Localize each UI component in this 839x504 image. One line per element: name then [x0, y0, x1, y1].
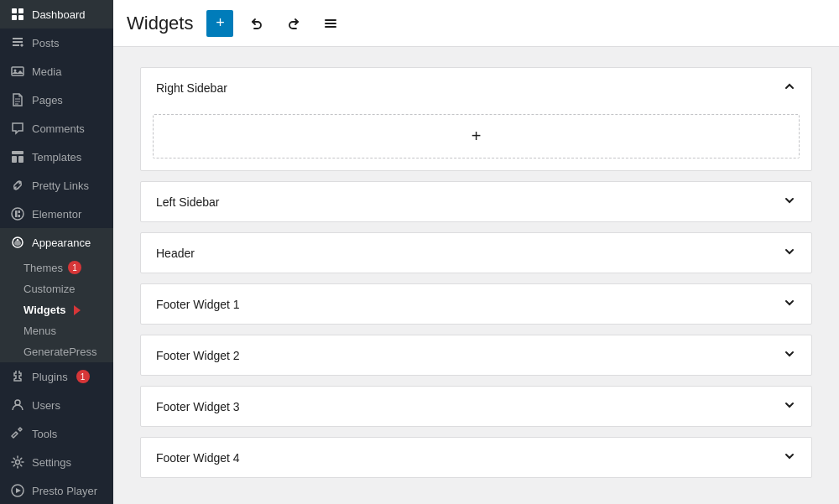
dashboard-icon	[10, 7, 25, 22]
chevron-down-icon-footer-4	[783, 449, 796, 465]
sidebar-item-dashboard[interactable]: Dashboard	[0, 0, 113, 29]
themes-label: Themes	[23, 262, 63, 274]
sidebar-subitem-menus[interactable]: Menus	[0, 320, 113, 341]
widgets-label: Widgets	[23, 304, 65, 316]
presto-player-icon	[10, 483, 25, 498]
tools-icon	[10, 426, 25, 441]
settings-icon	[10, 455, 25, 470]
elementor-icon	[10, 206, 25, 221]
sidebar-subitem-customize[interactable]: Customize	[0, 278, 113, 299]
sidebar-item-settings[interactable]: Settings	[0, 448, 113, 476]
media-icon	[10, 64, 25, 79]
sidebar-item-media-label: Media	[32, 65, 61, 78]
sidebar-item-posts[interactable]: Posts	[0, 29, 113, 57]
main-content: Widgets + Right Sidebar +	[113, 0, 839, 504]
comments-icon	[10, 121, 25, 136]
chevron-down-icon-left-sidebar	[783, 194, 796, 210]
widget-panel-right-sidebar-title: Right Sidebar	[156, 81, 227, 95]
svg-rect-11	[18, 210, 21, 213]
sidebar-item-comments[interactable]: Comments	[0, 114, 113, 143]
widget-panel-footer-2-header[interactable]: Footer Widget 2	[141, 335, 811, 375]
redo-button[interactable]	[280, 10, 307, 37]
sidebar-item-templates-label: Templates	[32, 151, 81, 164]
sidebar-item-presto-player[interactable]: Presto Player	[0, 476, 113, 504]
svg-rect-20	[325, 23, 336, 24]
sidebar-item-pages[interactable]: Pages	[0, 86, 113, 114]
sidebar-subitem-themes[interactable]: Themes 1	[0, 257, 113, 278]
generatepress-label: GeneratePress	[23, 346, 96, 358]
sidebar-item-templates[interactable]: Templates	[0, 143, 113, 171]
sidebar-item-comments-label: Comments	[32, 122, 85, 135]
widget-panel-footer-3: Footer Widget 3	[140, 386, 812, 427]
widget-panel-footer-1: Footer Widget 1	[140, 283, 812, 325]
sidebar-item-elementor[interactable]: Elementor	[0, 200, 113, 228]
svg-rect-2	[12, 15, 17, 20]
arrow-right-icon	[74, 305, 81, 315]
sidebar-item-elementor-label: Elementor	[32, 208, 81, 221]
sidebar-item-pretty-links[interactable]: Pretty Links	[0, 171, 113, 200]
widgets-content: Right Sidebar + Left Sidebar Header	[113, 47, 839, 504]
sidebar-item-appearance[interactable]: Appearance	[0, 228, 113, 257]
sidebar-item-pretty-links-label: Pretty Links	[32, 179, 89, 192]
svg-rect-21	[325, 26, 336, 28]
svg-marker-18	[16, 488, 21, 493]
sidebar-subitem-widgets[interactable]: Widgets	[0, 299, 113, 320]
widget-panel-footer-4-header[interactable]: Footer Widget 4	[141, 438, 811, 477]
sidebar-subitem-generatepress[interactable]: GeneratePress	[0, 341, 113, 362]
appearance-icon	[10, 235, 25, 250]
sidebar-item-plugins-label: Plugins	[32, 371, 68, 383]
sidebar-item-posts-label: Posts	[32, 37, 60, 49]
sidebar-item-tools-label: Tools	[32, 428, 57, 440]
svg-point-9	[12, 208, 23, 220]
undo-button[interactable]	[243, 10, 270, 37]
widget-panel-footer-3-header[interactable]: Footer Widget 3	[141, 387, 811, 426]
pretty-links-icon	[10, 178, 25, 193]
widget-panel-footer-2-title: Footer Widget 2	[156, 349, 240, 362]
svg-rect-4	[12, 67, 23, 75]
topbar: Widgets +	[113, 0, 839, 47]
widget-panel-footer-1-header[interactable]: Footer Widget 1	[141, 284, 811, 324]
chevron-down-icon-header	[783, 245, 796, 261]
sidebar: Dashboard Posts Media Pages Comments Tem…	[0, 0, 113, 504]
templates-icon	[10, 149, 25, 164]
sidebar-item-media[interactable]: Media	[0, 57, 113, 86]
chevron-down-icon-footer-3	[783, 398, 796, 414]
svg-rect-10	[15, 210, 18, 217]
widgets-arrow-indicator	[69, 305, 81, 315]
svg-rect-1	[18, 8, 23, 13]
svg-point-14	[17, 239, 18, 241]
chevron-down-icon-footer-2	[783, 347, 796, 363]
options-button[interactable]	[317, 10, 344, 37]
widget-panel-header-header[interactable]: Header	[141, 233, 811, 273]
widget-panel-left-sidebar-header[interactable]: Left Sidebar	[141, 182, 811, 221]
chevron-up-icon	[783, 80, 796, 96]
svg-rect-8	[18, 156, 23, 163]
add-widget-button[interactable]: +	[206, 10, 233, 37]
widget-panel-footer-1-title: Footer Widget 1	[156, 298, 240, 311]
appearance-section: Appearance Themes 1 Customize Widgets Me…	[0, 228, 113, 362]
sidebar-item-appearance-label: Appearance	[32, 236, 91, 249]
widget-panel-left-sidebar: Left Sidebar	[140, 181, 812, 222]
svg-rect-3	[18, 15, 23, 20]
widget-panel-footer-3-title: Footer Widget 3	[156, 400, 240, 413]
widget-panel-right-sidebar-header[interactable]: Right Sidebar	[141, 68, 811, 107]
plus-icon: +	[472, 127, 482, 146]
sidebar-item-tools[interactable]: Tools	[0, 419, 113, 448]
add-widget-area-right-sidebar[interactable]: +	[153, 114, 800, 158]
widget-panel-footer-2: Footer Widget 2	[140, 335, 812, 376]
pages-icon	[10, 92, 25, 107]
widget-panel-header: Header	[140, 232, 812, 273]
sidebar-item-plugins[interactable]: Plugins 1	[0, 362, 113, 391]
widget-panel-footer-4: Footer Widget 4	[140, 437, 812, 478]
widget-panel-footer-4-title: Footer Widget 4	[156, 451, 240, 465]
menus-label: Menus	[23, 325, 56, 337]
svg-point-16	[16, 460, 20, 465]
sidebar-item-users[interactable]: Users	[0, 391, 113, 419]
svg-rect-7	[12, 156, 17, 163]
plugins-badge: 1	[76, 370, 90, 383]
svg-rect-19	[325, 19, 336, 21]
svg-rect-0	[12, 8, 17, 13]
sidebar-item-pages-label: Pages	[32, 94, 63, 107]
chevron-down-icon-footer-1	[783, 296, 796, 312]
plugins-icon	[10, 369, 25, 384]
